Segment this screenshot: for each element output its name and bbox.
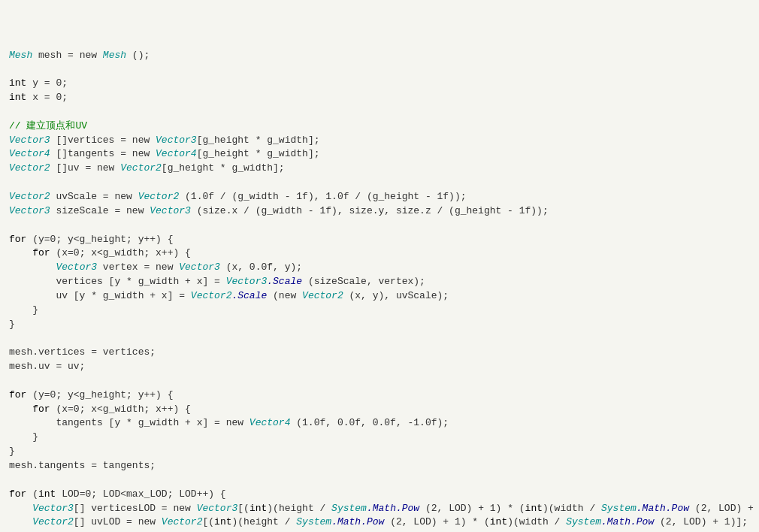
code-line: Vector3 sizeScale = new Vector3 (size.x … [9,204,750,219]
code-line: vertices [y * g_width + x] = Vector3.Sca… [9,275,750,289]
code-line: Vector3 []vertices = new Vector3[g_heigh… [9,134,750,148]
code-line: for (y=0; y<g_height; y++) { [9,233,750,247]
code-line: Vector4 []tangents = new Vector4[g_heigh… [9,147,750,162]
code-line [9,219,750,233]
code-line: for (y=0; y<g_height; y++) { [9,388,750,403]
code-line: uv [y * g_width + x] = Vector2.Scale (ne… [9,289,750,304]
code-line: Vector2 []uv = new Vector2[g_height * g_… [9,162,750,176]
code-line [9,331,750,346]
code-line: Mesh mesh = new Mesh (); [9,49,750,63]
code-line [9,473,750,488]
code-line: } [9,431,750,445]
code-line: for (x=0; x<g_width; x++) { [9,403,750,417]
code-line [9,105,750,119]
watermark: 51CTO.com 技术博客 Blog [665,517,747,532]
code-line: } [9,445,750,459]
code-line: Vector3[] verticesLOD = new Vector3[(int… [9,502,750,516]
code-line [9,176,750,190]
code-line: Vector2 uvScale = new Vector2 (1.0f / (g… [9,190,750,204]
code-line: tangents [y * g_width + x] = new Vector4… [9,416,750,431]
code-line: for (x=0; x<g_width; x++) { [9,246,750,261]
code-line [9,374,750,388]
code-line: int y = 0; [9,77,750,91]
code-line: mesh.tangents = tangents; [9,459,750,473]
code-editor: Mesh mesh = new Mesh (); int y = 0;int x… [0,0,759,532]
code-line: int x = 0; [9,91,750,105]
code-line: } [9,304,750,318]
code-line: mesh.vertices = vertices; [9,346,750,360]
code-line: Vector2[] uvLOD = new Vector2[(int)(heig… [9,515,750,530]
code-line: mesh.uv = uv; [9,360,750,374]
code-line: Vector3 vertex = new Vector3 (x, 0.0f, y… [9,261,750,275]
code-line: // 建立顶点和UV [9,119,750,134]
code-line: for (int LOD=0; LOD<max_LOD; LOD++) { [9,488,750,502]
code-line [9,62,750,77]
code-line: } [9,318,750,332]
